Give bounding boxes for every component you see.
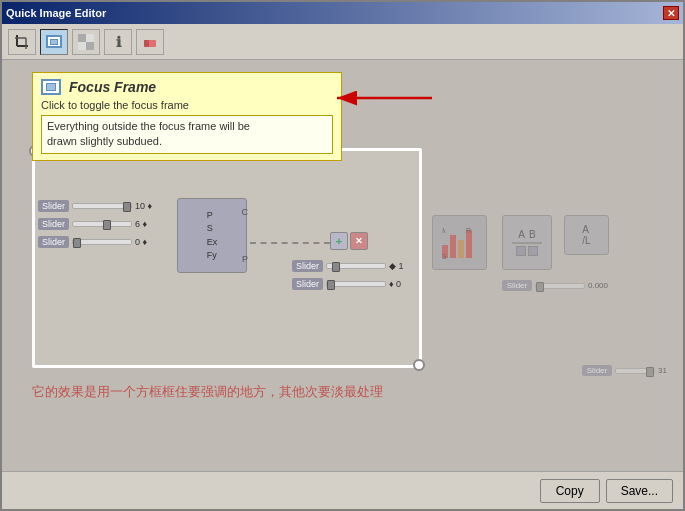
checker-icon [78,34,94,50]
slider-val-2: 6 ♦ [135,219,155,229]
eraser-tool-button[interactable] [136,29,164,55]
svg-text:S: S [442,253,447,260]
slider-track-2[interactable] [72,221,132,227]
tooltip-desc-text: Everything outside the focus frame will … [41,115,333,154]
center-node-p: P [207,209,213,223]
center-node-s: S [207,222,213,236]
checker-tool-button[interactable] [72,29,100,55]
svg-rect-14 [458,240,464,258]
slider-thumb-3[interactable] [73,238,81,248]
slider-row-3: Slider 0 ♦ [38,236,155,248]
add-node[interactable]: + [330,232,348,250]
annotation-text: 它的效果是用一个方框框住要强调的地方，其他次要淡最处理 [32,383,383,401]
slider-val-right-2: 31 [658,366,678,375]
red-arrow [322,78,442,128]
slider-val-mid-2: ♦ 0 [389,279,409,289]
slider-row-1: Slider 10 ♦ [38,200,155,212]
ab-node-labels: A B [518,229,535,240]
slider-label-1: Slider [38,200,69,212]
slider-row-2: Slider 6 ♦ [38,218,155,230]
slider-track-3[interactable] [72,239,132,245]
subdued-left [2,148,32,368]
crop-tool-button[interactable] [8,29,36,55]
center-node-c: C [242,207,249,217]
slider-track-right-2[interactable] [615,368,655,374]
close-icon: ✕ [355,236,363,246]
tooltip-title: Focus Frame [69,79,156,95]
close-node[interactable]: ✕ [350,232,368,250]
focus-frame-icon [41,79,61,95]
center-node: P S Ex Fy C P [177,198,247,273]
crop-icon [14,34,30,50]
frame-tool-button[interactable] [40,29,68,55]
tooltip-title-row: Focus Frame [41,79,333,95]
slider-thumb-right-1[interactable] [536,282,544,292]
slider-thumb-1[interactable] [123,202,131,212]
center-node-p2: P [242,254,248,264]
slider-thumb-mid-2[interactable] [327,280,335,290]
close-button[interactable]: ✕ [663,6,679,20]
slider-label-2: Slider [38,218,69,230]
window-title: Quick Image Editor [6,7,106,19]
slider-val-mid-1: ◆ 1 [389,261,409,271]
slider-track-mid-2[interactable] [326,281,386,287]
slider-label-3: Slider [38,236,69,248]
focus-frame-icon-inner [46,83,56,91]
slider-label-mid-1: Slider [292,260,323,272]
focus-tooltip: Focus Frame Click to toggle the focus fr… [32,72,342,161]
svg-rect-5 [86,34,94,42]
svg-rect-15 [466,230,472,258]
dash-connection-line [250,242,330,244]
frame-icon [46,35,62,48]
svg-rect-6 [78,42,86,50]
svg-rect-9 [144,40,149,47]
al-node: A/L [564,215,609,255]
graph-node: λ R S [432,215,487,270]
slider-row-right-1: Slider 0.000 [502,280,608,291]
slider-label-right-1: Slider [502,280,532,291]
slider-thumb-mid-1[interactable] [332,262,340,272]
focus-frame-handle-br[interactable] [413,359,425,371]
svg-text:R: R [466,227,471,234]
center-node-ex: Ex [207,236,218,250]
slider-track-mid-1[interactable] [326,263,386,269]
slider-val-1: 10 ♦ [135,201,155,211]
ab-node: A B [502,215,552,270]
slider-label-mid-2: Slider [292,278,323,290]
slider-row-right-2: Slider 31 [582,365,678,376]
slider-track-1[interactable] [72,203,132,209]
slider-thumb-right-2[interactable] [646,367,654,377]
copy-button[interactable]: Copy [540,479,600,503]
slider-thumb-2[interactable] [103,220,111,230]
info-icon: ℹ [116,34,121,50]
add-icon: + [336,235,342,247]
slider-val-3: 0 ♦ [135,237,155,247]
ab-divider [512,242,542,244]
info-tool-button[interactable]: ℹ [104,29,132,55]
toolbar: ℹ [2,24,683,60]
node-a-label: A [518,229,525,240]
bottom-bar: Copy Save... [2,471,683,509]
node-b-label: B [529,229,536,240]
tooltip-click-text: Click to toggle the focus frame [41,99,333,111]
canvas-area: Focus Frame Click to toggle the focus fr… [2,60,683,471]
svg-rect-4 [78,34,86,42]
save-button[interactable]: Save... [606,479,673,503]
slider-row-mid-1: Slider ◆ 1 [292,260,409,272]
title-bar: Quick Image Editor ✕ [2,2,683,24]
svg-text:λ: λ [442,227,446,234]
slider-label-right-2: Slider [582,365,612,376]
slider-row-mid-2: Slider ♦ 0 [292,278,409,290]
slider-track-right-1[interactable] [535,283,585,289]
slider-val-right-1: 0.000 [588,281,608,290]
ab-node-squares [516,246,538,256]
eraser-icon [142,34,158,50]
svg-rect-13 [450,235,456,258]
al-label: A/L [582,224,590,246]
graph-icon: λ R S [440,225,480,260]
svg-rect-7 [86,42,94,50]
center-node-fy: Fy [207,249,217,263]
main-window: Quick Image Editor ✕ [0,0,685,511]
